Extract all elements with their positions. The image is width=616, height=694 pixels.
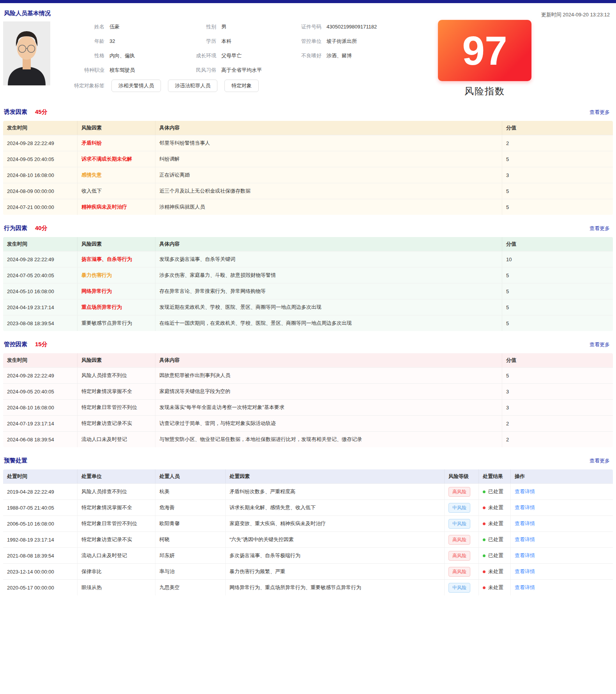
field-special-occupation: 特种职业 校车驾驶员: [70, 63, 183, 77]
section-score: 15分: [35, 341, 48, 348]
field-age: 年龄 32: [70, 34, 183, 48]
risk-factor: 感情失意: [77, 167, 155, 183]
disposal-time: 1988-07-05 21:40:05: [3, 503, 77, 512]
risk-factor: 特定对象情况掌握不全: [77, 384, 155, 399]
view-detail-link[interactable]: 查看详情: [515, 488, 535, 495]
tag-special-object[interactable]: 特定对象: [224, 80, 259, 92]
disposal-time: 2023-12-14 00:00:00: [3, 567, 77, 576]
disposal-person: 欧阳青馨: [155, 516, 225, 531]
disposal-person: 杭美: [155, 484, 225, 499]
factor-detail: 涉精神疾病就医人员: [155, 199, 502, 215]
section-title: 管控因素: [4, 341, 27, 348]
disposal-person: 九思美空: [155, 580, 225, 595]
occur-time: 2023-08-08 18:39:54: [3, 319, 77, 328]
disposal-result: 已处置: [478, 484, 510, 499]
disposal-person: 柯晓: [155, 532, 225, 547]
disposal-result: 已处置: [478, 548, 510, 563]
disposal-factor: 多次扬言滋事、自杀等极端行为: [225, 548, 444, 563]
view-detail-link[interactable]: 查看详情: [515, 536, 535, 543]
col-risk-factor: 风险因素: [77, 121, 155, 135]
factor-detail: 发现近期在党政机关、学校、医院、景区、商圈等同一地点周边多次出现: [155, 299, 502, 315]
risk-factor: 收入低下: [77, 183, 155, 199]
section-title: 行为因素: [4, 225, 27, 232]
profile-section: 姓名 伍豪 性别 男 证件号码 430502199809171182 年龄 32…: [0, 18, 616, 99]
factor-score: 10: [502, 251, 613, 267]
table-row: 1988-07-05 21:40:05特定对象情况掌握不全危海善诉求长期未化解、…: [3, 499, 613, 515]
view-more-link[interactable]: 查看更多: [590, 457, 610, 464]
field-control-unit: 管控单位 坡子街派出所: [288, 34, 377, 48]
risk-level-badge: 高风险: [444, 548, 478, 563]
col-disposal-result: 处置结果: [478, 469, 510, 483]
factor-detail: 纠纷调解: [155, 151, 502, 167]
table-header-row: 发生时间 风险因素 具体内容 分值: [3, 353, 613, 367]
view-detail-link[interactable]: 查看详情: [515, 568, 535, 575]
section-score: 40分: [35, 225, 48, 232]
tags-label: 特定对象标签: [70, 82, 104, 89]
tag-related-alarm[interactable]: 涉相关警情人员: [111, 80, 161, 92]
col-occur-time: 发生时间: [3, 355, 77, 365]
disposal-person: 危海善: [155, 500, 225, 515]
col-occur-time: 发生时间: [3, 123, 77, 133]
view-detail-link[interactable]: 查看详情: [515, 520, 535, 527]
factor-score: 2: [502, 135, 613, 151]
risk-level-badge: 中风险: [444, 580, 478, 595]
table-row: 2024-07-05 20:40:05暴力伤害行为涉多次伤害、家庭暴力、斗殴、故…: [3, 267, 613, 283]
page-title: 风险人员基本情况: [4, 10, 51, 17]
col-score: 分值: [502, 121, 613, 135]
actions-cell: 查看详情: [510, 500, 613, 515]
disposal-unit: 保律非比: [77, 564, 155, 579]
view-detail-link[interactable]: 查看详情: [515, 584, 535, 591]
disposal-factor: “六失”诱因中的关键失控因素: [225, 532, 444, 547]
disposal-time: 2020-05-17 00:00:00: [3, 583, 77, 592]
risk-profile-page: 风险人员基本情况 更新时间 2024-09-20 13:23:12 姓名 伍豪: [0, 3, 616, 693]
view-more-link[interactable]: 查看更多: [590, 341, 610, 348]
status-dot: [483, 490, 485, 493]
table-row: 2024-08-09 00:00:00收入低下近三个月及以上无公积金或社保缴存数…: [3, 183, 613, 199]
factor-detail: 邻里等纠纷警情当事人: [155, 135, 502, 151]
view-detail-link[interactable]: 查看详情: [515, 504, 535, 511]
risk-level-badge: 中风险: [444, 500, 478, 515]
view-more-link[interactable]: 查看更多: [590, 225, 610, 232]
tag-illegal-crime[interactable]: 涉违法犯罪人员: [168, 80, 217, 92]
occur-time: 2024-08-09 00:00:00: [3, 187, 77, 196]
field-bad-habits: 不良嗜好 涉酒、赌博: [288, 48, 377, 63]
disposal-factor: 矛盾纠纷次数多、严重程度高: [225, 484, 444, 499]
update-time-value: 2024-09-20 13:23:12: [563, 12, 610, 18]
section-title: 诱发因素: [4, 108, 27, 116]
occur-time: 2024-04-19 23:17:14: [3, 303, 77, 312]
risk-level-badge: 高风险: [444, 564, 478, 579]
disposal-factor: 家庭变故、重大疾病、精神疾病未及时治疗: [225, 516, 444, 531]
disposal-time: 1992-08-19 23:17:14: [3, 535, 77, 544]
table-row: 2024-09-28 22:22:49扬言滋事、自杀等行为发现多次扬言滋事、自杀…: [3, 251, 613, 267]
occur-time: 2024-09-28 22:22:49: [3, 255, 77, 264]
col-disposal-person: 处置人员: [155, 469, 225, 483]
factor-table: 发生时间 风险因素 具体内容 分值 2024-09-28 22:22:49矛盾纠…: [3, 121, 613, 215]
status-dot: [483, 506, 485, 509]
occur-time: 2024-07-05 20:40:05: [3, 271, 77, 280]
risk-level-badge: 高风险: [444, 532, 478, 547]
factor-table: 发生时间 风险因素 具体内容 分值 2024-09-28 22:22:49风险人…: [3, 353, 613, 447]
table-row: 2024-06-08 18:39:54流动人口未及时登记与智慧安防小区、物业登记…: [3, 431, 613, 447]
disposal-unit: 特定对象访查记录不实: [77, 532, 155, 547]
actions-cell: 查看详情: [510, 484, 613, 499]
disposal-result: 未处置: [478, 516, 510, 531]
table-row: 2024-09-05 20:40:05特定对象情况掌握不全家庭情况等关键信息字段…: [3, 383, 613, 399]
risk-factor: 矛盾纠纷: [77, 135, 155, 151]
table-row: 1992-08-19 23:17:14特定对象访查记录不实柯晓“六失”诱因中的关…: [3, 531, 613, 547]
risk-factor: 暴力伤害行为: [77, 267, 155, 283]
occur-time: 2024-09-05 20:40:05: [3, 387, 77, 396]
table-row: 2024-08-10 16:08:00特定对象日常管控不到位发现未落实“每半年全…: [3, 399, 613, 415]
status-dot: [483, 522, 485, 525]
section-head: 预警处置 查看更多: [0, 457, 616, 464]
risk-factor: 重要敏感节点异常行为: [77, 315, 155, 331]
factor-detail: 涉多次伤害、家庭暴力、斗殴、故意损毁财物等警情: [155, 267, 502, 283]
field-name: 姓名 伍豪: [70, 19, 183, 34]
table-row: 2019-04-28 22:22:49风险人员排查不到位杭美矛盾纠纷次数多、严重…: [3, 483, 613, 499]
risk-score-card: 97: [438, 20, 531, 81]
risk-factor: 重点场所异常行为: [77, 299, 155, 315]
view-more-link[interactable]: 查看更多: [590, 109, 610, 116]
risk-factor: 精神疾病未及时治疗: [77, 199, 155, 215]
field-empty: [288, 63, 377, 77]
view-detail-link[interactable]: 查看详情: [515, 552, 535, 559]
section-trigger-factors: 诱发因素 45分 查看更多 发生时间 风险因素 具体内容 分值 2024-09-…: [0, 108, 616, 215]
